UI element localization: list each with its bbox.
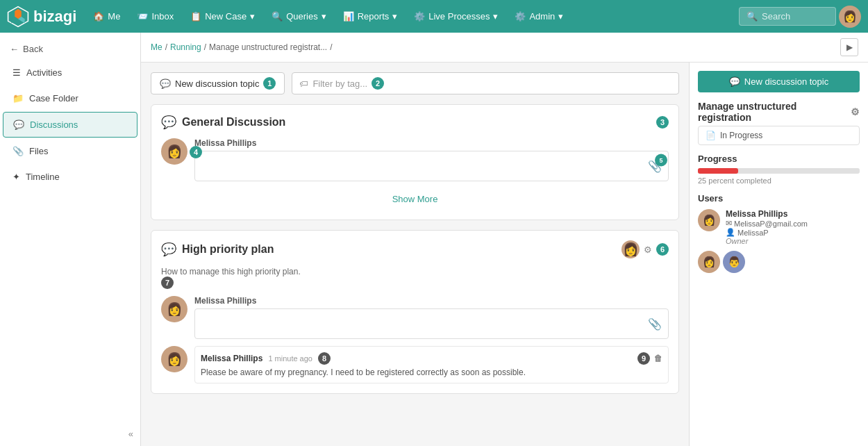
general-discussion-input[interactable]: 4	[194, 151, 669, 181]
nav-new-case[interactable]: 📋 New Case ▾	[183, 7, 262, 26]
discussions-panel: 💬 New discussion topic 1 🏷 Filter by tag…	[141, 63, 689, 446]
right-new-discussion-button[interactable]: 💬 New discussion topic	[698, 71, 860, 92]
files-icon: 📎	[12, 146, 24, 156]
progress-label: Progress	[698, 154, 860, 164]
progress-bar-fill	[698, 168, 738, 174]
breadcrumb-me[interactable]: Me	[151, 42, 162, 52]
filter-by-tag[interactable]: 🏷 Filter by tag... 2	[292, 72, 679, 94]
nav-admin[interactable]: ⚙️ Admin ▾	[508, 7, 570, 26]
live-processes-icon: ⚙️	[414, 11, 425, 22]
high-priority-user-avatar: 👩	[621, 240, 640, 258]
comment-author-name: Melissa Phillips	[201, 354, 262, 363]
case-folder-icon: 📁	[12, 93, 24, 104]
extra-avatar-1: 👩	[698, 251, 720, 273]
high-priority-title: High priority plan	[182, 243, 616, 256]
comment-author-row: Melissa Phillips 1 minute ago 8 9 🗑	[201, 352, 662, 365]
search-icon: 🔍	[746, 11, 758, 22]
users-label: Users	[698, 193, 860, 204]
admin-icon: ⚙️	[515, 11, 526, 22]
high-priority-input[interactable]	[194, 308, 669, 339]
home-icon: 🏠	[93, 11, 104, 22]
right-panel-case-title: Manage unstructured registration	[698, 101, 846, 123]
nav-me[interactable]: 🏠 Me	[86, 7, 127, 26]
chat-plus-icon: 💬	[160, 79, 171, 89]
high-priority-description: How to manage this high priority plan. 7	[161, 267, 669, 289]
breadcrumb-running[interactable]: Running	[170, 42, 201, 52]
breadcrumb: Me / Running / Manage unstructured regis…	[141, 33, 868, 63]
status-text: In Progress	[720, 131, 762, 140]
sidebar-collapse-button[interactable]: «	[0, 422, 140, 446]
activities-icon: ☰	[12, 67, 21, 78]
owner-email: MelissaP@gmail.com	[734, 220, 808, 228]
comment-actions: 9 🗑	[637, 352, 662, 365]
sidebar-item-case-folder[interactable]: 📁 Case Folder	[3, 86, 137, 110]
sidebar-back-button[interactable]: ← Back	[0, 38, 140, 60]
search-input[interactable]	[762, 11, 831, 22]
sidebar-item-files[interactable]: 📎 Files	[3, 139, 137, 163]
user1-avatar: 👩	[161, 138, 187, 165]
expand-icon: ▶	[846, 42, 853, 52]
logo[interactable]: bizagi	[7, 6, 76, 28]
extra-avatar-2: 👨	[723, 251, 745, 273]
reports-arrow: ▾	[392, 11, 397, 22]
show-more-button[interactable]: Show More	[161, 188, 669, 210]
sidebar-item-activities[interactable]: ☰ Activities	[3, 60, 137, 85]
user2-input-wrap: Melissa Phillips 📎	[194, 296, 669, 339]
owner-email-row: ✉ MelissaP@gmail.com	[726, 219, 860, 228]
main-layout: ← Back ☰ Activities 📁 Case Folder 💬 Disc…	[0, 33, 868, 446]
reports-icon: 📊	[343, 11, 354, 22]
user2-avatar: 👩	[161, 296, 187, 322]
owner-username: MelissaP	[737, 229, 769, 237]
high-priority-input-row: 👩 Melissa Phillips 📎	[161, 296, 669, 339]
owner-username-row: 👤 MelissaP	[726, 228, 860, 237]
timeline-icon: ✦	[12, 172, 20, 182]
sidebar-item-discussions[interactable]: 💬 Discussions	[3, 112, 137, 138]
logo-text: bizagi	[33, 8, 76, 26]
discussions-icon: 💬	[13, 119, 24, 130]
desc-badge7: 7	[161, 276, 174, 289]
status-document-icon: 📄	[706, 131, 716, 140]
breadcrumb-toggle-button[interactable]: ▶	[840, 38, 858, 56]
right-gear-icon[interactable]: ⚙	[851, 106, 860, 117]
new-case-icon: 📋	[190, 11, 201, 22]
comment-badge9: 9	[637, 352, 650, 365]
discussions-toolbar: 💬 New discussion topic 1 🏷 Filter by tag…	[151, 72, 679, 94]
comment-row: 👩 Melissa Phillips 1 minute ago 8 9 🗑	[161, 346, 669, 383]
user-avatar-top[interactable]: 👩	[839, 6, 861, 28]
nav-reports[interactable]: 📊 Reports ▾	[336, 7, 405, 26]
progress-bar-background	[698, 168, 860, 174]
high-priority-header: 💬 High priority plan 👩 ⚙ 6	[161, 240, 669, 258]
high-priority-settings-icon[interactable]: ⚙	[644, 245, 652, 255]
owner-role: Owner	[726, 237, 860, 245]
nav-live-processes[interactable]: ⚙️ Live Processes ▾	[407, 7, 505, 26]
general-discussion-badge: 3	[656, 116, 669, 129]
progress-section: Progress 25 percent completed	[698, 154, 860, 185]
delete-comment-icon[interactable]: 🗑	[654, 354, 662, 363]
live-processes-arrow: ▾	[493, 11, 498, 22]
nav-queries[interactable]: 🔍 Queries ▾	[265, 7, 333, 26]
user1-name: Melissa Phillips	[194, 138, 669, 148]
users-section: Users 👩 Melissa Phillips ✉ MelissaP@gmai…	[698, 193, 860, 273]
top-nav: bizagi 🏠 Me 📨 Inbox 📋 New Case ▾ 🔍 Queri…	[0, 0, 868, 33]
comment-time: 1 minute ago	[268, 354, 312, 363]
content-inner: 💬 New discussion topic 1 🏷 Filter by tag…	[141, 63, 868, 446]
attachment2-icon[interactable]: 📎	[648, 317, 662, 331]
breadcrumb-case: Manage unstructured registrat...	[209, 42, 327, 52]
queries-icon: 🔍	[272, 11, 283, 22]
user-icon: 👤	[726, 228, 735, 237]
owner-user-card: 👩 Melissa Phillips ✉ MelissaP@gmail.com …	[698, 209, 860, 245]
filter-icon: 🏷	[299, 79, 308, 89]
nav-inbox[interactable]: 📨 Inbox	[130, 7, 181, 26]
search-box[interactable]: 🔍	[739, 7, 836, 26]
new-discussion-topic-button[interactable]: 💬 New discussion topic 1	[151, 72, 285, 94]
attachment-icon[interactable]: 📎 5	[648, 160, 662, 173]
attach-badge5: 5	[655, 154, 667, 167]
new-topic-badge: 1	[263, 77, 276, 90]
input-badge4: 4	[190, 146, 202, 158]
status-badge: 📄 In Progress	[698, 126, 860, 145]
high-priority-badge: 6	[656, 243, 669, 256]
user2-input-container: 📎	[194, 308, 669, 339]
comment-badge8: 8	[318, 352, 331, 365]
back-arrow-icon: ←	[10, 44, 19, 54]
sidebar-item-timeline[interactable]: ✦ Timeline	[3, 165, 137, 189]
